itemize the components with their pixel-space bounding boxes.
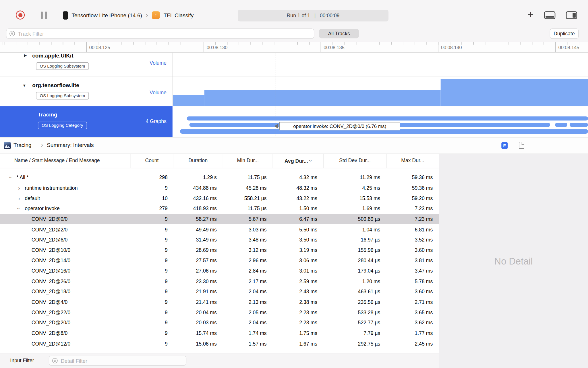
track-row-tensorflow[interactable]: ▼ org.tensorflow.lite OS Logging Subsyst…	[0, 77, 588, 106]
disclosure-chevron-icon[interactable]: ›	[8, 175, 14, 181]
column-header-avg[interactable]: Avg Dur...›	[273, 154, 323, 168]
column-header-stddev[interactable]: Std Dev Dur...	[323, 154, 386, 168]
track-meta-label: 4 Graphs	[146, 119, 167, 124]
table-row[interactable]: CONV_2D@20/0920.03 ms2.04 ms2.23 ms522.7…	[0, 318, 439, 328]
sort-chevron-icon: ›	[304, 160, 318, 162]
row-min: 3.12 ms	[223, 247, 273, 253]
row-duration: 28.69 ms	[173, 247, 223, 253]
row-std: 522.77 µs	[323, 320, 386, 326]
row-name-cell: CONV_2D@12/0	[0, 341, 131, 346]
row-duration: 1.29 s	[173, 175, 223, 181]
table-row[interactable]: ›* All *2981.29 s11.75 µs4.32 ms11.29 ms…	[0, 172, 439, 183]
track-lane[interactable]	[173, 53, 588, 77]
target-chooser[interactable]: Tensorflow Lite iPhone (14.6) › ↑ TFL Cl…	[63, 11, 194, 20]
table-row[interactable]: CONV_2D@8/0915.74 ms1.74 ms1.75 ms7.79 µ…	[0, 328, 439, 338]
row-name-cell: CONV_2D@18/0	[0, 289, 131, 295]
row-max: 3.60 ms	[386, 247, 439, 253]
column-header-min[interactable]: Min Dur...	[223, 154, 273, 168]
table-row[interactable]: ›runtime instrumentation9434.88 ms45.28 …	[0, 183, 439, 193]
intervals-rows: ›* All *2981.29 s11.75 µs4.32 ms11.29 ms…	[0, 168, 439, 349]
track-filter-input[interactable]	[17, 30, 311, 37]
breadcrumb-page[interactable]: Summary: Intervals	[47, 142, 94, 148]
row-avg: 4.32 ms	[273, 175, 323, 181]
row-name-cell: CONV_2D@0/0	[0, 216, 131, 222]
row-count: 9	[131, 216, 173, 222]
bottom-filter-bar: Input Filter	[0, 353, 439, 368]
pause-button[interactable]	[41, 12, 48, 19]
table-row[interactable]: CONV_2D@26/0923.30 ms2.17 ms2.59 ms1.20 …	[0, 276, 439, 287]
track-filter-field	[6, 28, 314, 39]
device-name: Tensorflow Lite iPhone (14.6)	[71, 12, 142, 18]
extended-detail-button[interactable]: E	[501, 142, 508, 149]
row-name-cell: ›default	[0, 195, 131, 201]
breadcrumb-instrument[interactable]: Tracing	[13, 142, 31, 148]
track-lane[interactable]	[173, 77, 588, 106]
time-ruler[interactable]: 00:08.125 00:08.130 00:08.135 00:08.140 …	[0, 42, 588, 53]
column-header-name[interactable]: Name / Start Message / End Message	[0, 154, 131, 168]
row-avg: 48.32 ms	[273, 185, 323, 191]
duplicate-button[interactable]: Duplicate	[550, 28, 579, 39]
row-min: 11.75 µs	[223, 175, 273, 181]
table-row[interactable]: CONV_2D@2/0949.49 ms3.03 ms5.50 ms1.04 m…	[0, 224, 439, 235]
table-row[interactable]: ›default10432.16 ms558.21 µs43.22 ms15.5…	[0, 193, 439, 204]
row-avg: 3.19 ms	[273, 247, 323, 253]
table-row[interactable]: ›operator invoke279418.93 ms11.75 µs1.50…	[0, 204, 439, 214]
column-header-max[interactable]: Max Dur...	[386, 154, 439, 168]
no-detail-text: No Detail	[494, 256, 533, 267]
row-name: default	[25, 195, 40, 201]
disclosure-chevron-icon[interactable]: ›	[15, 195, 23, 201]
row-std: 15.53 ms	[323, 195, 386, 201]
row-std: 533.28 µs	[323, 310, 386, 315]
detail-filter-input[interactable]	[60, 357, 183, 364]
all-tracks-button[interactable]: All Tracks	[319, 29, 359, 39]
interval-tooltip: operator invoke: CONV_2D@0/0 (6.76 ms)	[279, 122, 400, 130]
table-row[interactable]: CONV_2D@6/0931.49 ms3.48 ms3.50 ms16.97 …	[0, 235, 439, 245]
track-name: org.tensorflow.lite	[32, 82, 79, 88]
column-header-duration[interactable]: Duration	[173, 154, 223, 168]
table-row[interactable]: CONV_2D@22/0920.04 ms2.05 ms2.23 ms533.2…	[0, 307, 439, 318]
detail-split-divider[interactable]	[439, 137, 439, 368]
toggle-right-panel-button[interactable]	[566, 11, 577, 19]
add-instrument-button[interactable]: +	[525, 8, 536, 21]
table-row[interactable]: CONV_2D@14/0927.57 ms2.96 ms3.06 ms280.4…	[0, 255, 439, 266]
track-lane[interactable]: operator invoke: CONV_2D@0/0 (6.76 ms)	[173, 106, 588, 137]
row-name: CONV_2D@0/0	[32, 216, 68, 222]
disclosure-triangle-icon[interactable]: ▼	[22, 83, 26, 87]
track-row-tracing[interactable]: Tracing OS Logging Category 4 Graphs ope…	[0, 106, 588, 137]
track-header[interactable]: ▼ org.tensorflow.lite OS Logging Subsyst…	[0, 77, 173, 106]
row-name: CONV_2D@18/0	[32, 289, 71, 295]
row-name-cell: CONV_2D@26/0	[0, 279, 131, 284]
input-filter-label[interactable]: Input Filter	[10, 353, 34, 368]
track-header-selected[interactable]: Tracing OS Logging Category 4 Graphs	[0, 106, 173, 137]
record-button[interactable]	[16, 11, 25, 20]
row-name: runtime instrumentation	[25, 185, 78, 191]
table-row[interactable]: CONV_2D@10/0928.69 ms3.12 ms3.19 ms155.9…	[0, 245, 439, 255]
ruler-label: 00:08.130	[204, 42, 227, 52]
disclosure-chevron-icon[interactable]: ›	[15, 185, 23, 191]
toggle-bottom-panel-button[interactable]	[544, 11, 555, 19]
table-row[interactable]: CONV_2D@18/0921.91 ms2.04 ms2.43 ms463.6…	[0, 287, 439, 297]
interval-bar	[570, 123, 588, 127]
volume-bar	[441, 79, 588, 106]
table-row[interactable]: CONV_2D@0/0958.27 ms5.67 ms6.47 ms509.89…	[0, 214, 439, 224]
document-icon[interactable]	[519, 142, 524, 149]
track-badge: OS Logging Subsystem	[36, 62, 89, 70]
track-header[interactable]: ▶ com.apple.UIKit OS Logging Subsystem V…	[0, 53, 173, 77]
table-row[interactable]: CONV_2D@16/0927.06 ms2.84 ms3.01 ms179.0…	[0, 266, 439, 276]
column-header-count[interactable]: Count	[131, 154, 173, 168]
row-max: 5.78 ms	[386, 279, 439, 284]
row-duration: 432.16 ms	[173, 195, 223, 201]
track-row-uikit[interactable]: ▶ com.apple.UIKit OS Logging Subsystem V…	[0, 53, 588, 77]
disclosure-triangle-icon[interactable]: ▶	[24, 53, 27, 57]
row-duration: 15.74 ms	[173, 330, 223, 336]
row-name: CONV_2D@16/0	[32, 268, 71, 274]
instruments-window: Tensorflow Lite iPhone (14.6) › ↑ TFL Cl…	[0, 0, 588, 368]
row-max: 59.36 ms	[386, 175, 439, 181]
row-max: 59.36 ms	[386, 185, 439, 191]
row-name: CONV_2D@12/0	[32, 341, 71, 346]
disclosure-chevron-icon[interactable]: ›	[16, 206, 22, 212]
row-max: 1.77 ms	[386, 330, 439, 336]
row-name-cell: CONV_2D@8/0	[0, 330, 131, 336]
table-row[interactable]: CONV_2D@4/0921.41 ms2.13 ms2.38 ms235.56…	[0, 297, 439, 307]
table-row[interactable]: CONV_2D@12/0915.06 ms1.57 ms1.67 ms292.7…	[0, 338, 439, 349]
